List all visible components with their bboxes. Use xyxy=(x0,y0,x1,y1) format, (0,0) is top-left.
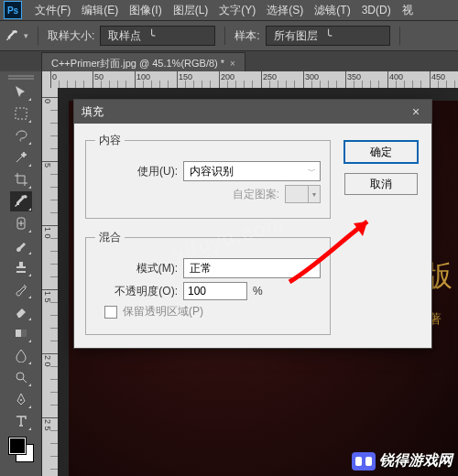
photoshop-window: Ps 文件(F) 编辑(E) 图像(I) 图层(L) 文字(Y) 选择(S) 滤… xyxy=(0,0,458,476)
mode-label: 模式(M): xyxy=(95,261,178,276)
chevron-down-icon: ﹀ xyxy=(308,263,316,275)
ok-button[interactable]: 确定 xyxy=(344,140,419,164)
use-value: 内容识别 xyxy=(190,164,234,179)
crop-tool-icon xyxy=(14,172,28,187)
dialog-body: 内容 使用(U): 内容识别 ﹀ 自定图案: ▾ xyxy=(74,124,431,348)
marquee-tool[interactable] xyxy=(10,103,32,124)
preserve-transparency-checkbox[interactable] xyxy=(104,306,117,319)
eyedropper-tool-icon xyxy=(14,194,28,209)
options-bar: ▾ 取样大小: 取样点 ╰ 样本: 所有图层 ╰ xyxy=(0,21,458,51)
opacity-unit: % xyxy=(253,285,263,298)
dialog-close-icon[interactable]: × xyxy=(408,104,424,119)
sample-size-value: 取样点 xyxy=(108,28,141,44)
pattern-preview xyxy=(285,185,309,203)
foreground-color-swatch[interactable] xyxy=(9,438,26,454)
sample-label: 样本: xyxy=(234,28,259,44)
menu-image[interactable]: 图像(I) xyxy=(124,3,167,18)
brand-text: 锐得游戏网 xyxy=(379,451,453,471)
document-tab[interactable]: C++Primer封面.jpg @ 45.1%(RGB/8) * × xyxy=(41,52,245,73)
type-tool[interactable] xyxy=(10,411,32,431)
blur-tool[interactable] xyxy=(10,345,32,365)
menu-view[interactable]: 视 xyxy=(397,3,419,18)
color-swatches[interactable] xyxy=(9,438,33,461)
eyedropper-icon xyxy=(5,29,18,42)
lasso-tool-icon xyxy=(14,128,28,143)
menu-3d[interactable]: 3D(D) xyxy=(356,4,397,16)
separator xyxy=(224,27,225,45)
menu-type[interactable]: 文字(Y) xyxy=(213,3,261,18)
content-group-legend: 内容 xyxy=(95,133,125,148)
opacity-label: 不透明度(O): xyxy=(95,284,178,299)
blur-tool-icon xyxy=(14,348,28,362)
app-icon: Ps xyxy=(4,1,22,19)
chevron-down-icon: ╰ xyxy=(148,29,155,42)
menu-bar: Ps 文件(F) 编辑(E) 图像(I) 图层(L) 文字(Y) 选择(S) 滤… xyxy=(0,0,458,21)
custom-pattern-swatch: ▾ xyxy=(285,185,321,203)
content-group: 内容 使用(U): 内容识别 ﹀ 自定图案: ▾ xyxy=(85,133,331,219)
chevron-down-icon[interactable]: ▾ xyxy=(24,31,28,40)
custom-pattern-label: 自定图案: xyxy=(95,187,279,202)
brand-badge: 锐得游戏网 xyxy=(352,451,453,471)
menu-select[interactable]: 选择(S) xyxy=(261,3,309,18)
blend-group-legend: 混合 xyxy=(95,230,125,245)
menu-file[interactable]: 文件(F) xyxy=(29,3,76,18)
blend-group: 混合 模式(M): 正常 ﹀ 不透明度(O): 100 % xyxy=(85,230,331,335)
svg-point-5 xyxy=(20,399,22,401)
svg-point-4 xyxy=(16,373,24,380)
menu-filter[interactable]: 滤镜(T) xyxy=(309,3,355,18)
history-brush-tool-icon xyxy=(14,282,28,297)
tool-dock xyxy=(0,71,42,476)
menu-edit[interactable]: 编辑(E) xyxy=(76,3,124,18)
history-brush-tool[interactable] xyxy=(10,279,32,299)
eyedropper-tool[interactable] xyxy=(10,191,32,211)
move-tool[interactable] xyxy=(10,81,32,102)
dialog-title: 填充 xyxy=(82,104,104,120)
sample-size-select[interactable]: 取样点 ╰ xyxy=(100,26,215,46)
brush-tool-icon xyxy=(14,238,28,253)
dodge-tool[interactable] xyxy=(10,367,32,387)
crop-tool[interactable] xyxy=(10,169,32,189)
preserve-transparency-label: 保留透明区域(P) xyxy=(123,304,203,319)
magic-wand-tool[interactable] xyxy=(10,147,32,168)
chevron-down-icon: ╰ xyxy=(325,29,332,42)
opacity-input[interactable]: 100 xyxy=(183,282,247,300)
gradient-tool-icon xyxy=(14,326,28,341)
menu-layer[interactable]: 图层(L) xyxy=(168,3,214,18)
ruler-horizontal[interactable]: 050100150200250300350400450 xyxy=(41,71,458,89)
move-tool-icon xyxy=(14,84,28,99)
sample-value: 所有图层 xyxy=(274,28,318,44)
use-select[interactable]: 内容识别 ﹀ xyxy=(183,161,321,181)
magic-wand-tool-icon xyxy=(14,150,28,165)
svg-rect-0 xyxy=(16,108,27,119)
fill-dialog: 填充 × 内容 使用(U): 内容识别 ﹀ 自定图案: xyxy=(73,99,432,349)
eraser-tool[interactable] xyxy=(10,301,32,321)
lasso-tool[interactable] xyxy=(10,125,32,146)
separator xyxy=(399,27,400,45)
sample-size-label: 取样大小: xyxy=(48,28,94,44)
pen-tool[interactable] xyxy=(10,389,32,409)
dodge-tool-icon xyxy=(14,370,28,384)
gradient-tool[interactable] xyxy=(10,323,32,343)
document-tab-label: C++Primer封面.jpg @ 45.1%(RGB/8) * xyxy=(51,57,224,70)
type-tool-icon xyxy=(14,414,28,428)
healing-brush-tool[interactable] xyxy=(10,213,32,233)
brush-tool[interactable] xyxy=(10,235,32,255)
mode-select[interactable]: 正常 ﹀ xyxy=(183,258,321,278)
pen-tool-icon xyxy=(14,392,28,406)
dock-handle-icon[interactable] xyxy=(0,71,41,81)
cancel-button[interactable]: 取消 xyxy=(344,173,418,195)
mode-value: 正常 xyxy=(190,261,212,276)
sample-select[interactable]: 所有图层 ╰ xyxy=(266,26,390,46)
svg-rect-3 xyxy=(16,330,21,337)
stamp-tool[interactable] xyxy=(10,257,32,277)
dialog-titlebar[interactable]: 填充 × xyxy=(74,100,431,124)
close-tab-icon[interactable]: × xyxy=(230,59,235,69)
use-label: 使用(U): xyxy=(95,164,178,179)
ruler-vertical[interactable]: 051 01 52 02 5 xyxy=(41,88,59,476)
eraser-tool-icon xyxy=(14,304,28,319)
chevron-down-icon: ﹀ xyxy=(308,166,316,178)
marquee-tool-icon xyxy=(14,106,28,121)
stamp-tool-icon xyxy=(14,260,28,275)
separator xyxy=(38,27,38,45)
brand-logo-icon xyxy=(352,452,376,471)
